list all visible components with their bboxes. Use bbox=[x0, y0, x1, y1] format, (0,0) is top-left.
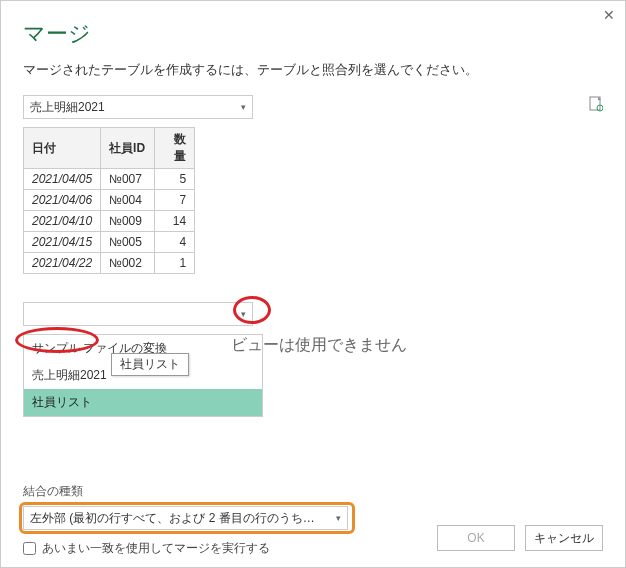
second-table-dropdown[interactable]: ▾ bbox=[23, 302, 253, 326]
merge-dialog: ✕ マージ マージされたテーブルを作成するには、テーブルと照合列を選んでください… bbox=[0, 0, 626, 568]
first-table-dropdown[interactable]: 売上明細2021 ▾ bbox=[23, 95, 253, 119]
join-type-dropdown[interactable]: 左外部 (最初の行すべて、および 2 番目の行のうち… ▾ bbox=[23, 506, 348, 530]
col-header[interactable]: 数量 bbox=[155, 128, 195, 169]
chevron-down-icon: ▾ bbox=[336, 513, 341, 523]
dialog-title: マージ bbox=[23, 19, 603, 49]
join-type-selected: 左外部 (最初の行すべて、および 2 番目の行のうち… bbox=[30, 510, 336, 527]
table-options-icon[interactable] bbox=[589, 96, 603, 112]
dialog-buttons: OK キャンセル bbox=[437, 525, 603, 551]
table-row[interactable]: 2021/04/10№00914 bbox=[24, 211, 195, 232]
second-table-dropdown-wrap: ▾ bbox=[23, 302, 253, 326]
col-header[interactable]: 日付 bbox=[24, 128, 101, 169]
table-row[interactable]: 2021/04/15№0054 bbox=[24, 232, 195, 253]
dialog-content: マージ マージされたテーブルを作成するには、テーブルと照合列を選んでください。 … bbox=[1, 1, 625, 568]
chevron-down-icon: ▾ bbox=[241, 309, 246, 319]
fuzzy-match-label: あいまい一致を使用してマージを実行する bbox=[42, 540, 270, 557]
join-dropdown-wrap: 左外部 (最初の行すべて、および 2 番目の行のうち… ▾ bbox=[23, 506, 353, 530]
preview-table: 日付 社員ID 数量 2021/04/05№0075 2021/04/06№00… bbox=[23, 127, 195, 274]
ok-button[interactable]: OK bbox=[437, 525, 515, 551]
chevron-down-icon: ▾ bbox=[241, 102, 246, 112]
first-table-selected: 売上明細2021 bbox=[30, 99, 241, 116]
join-type-label: 結合の種類 bbox=[23, 483, 603, 500]
tooltip: 社員リスト bbox=[111, 353, 189, 376]
dialog-subtitle: マージされたテーブルを作成するには、テーブルと照合列を選んでください。 bbox=[23, 61, 603, 79]
table-row[interactable]: 2021/04/22№0021 bbox=[24, 253, 195, 274]
col-header[interactable]: 社員ID bbox=[101, 128, 155, 169]
cancel-button[interactable]: キャンセル bbox=[525, 525, 603, 551]
table-row[interactable]: 2021/04/06№0047 bbox=[24, 190, 195, 211]
table-row[interactable]: 2021/04/05№0075 bbox=[24, 169, 195, 190]
fuzzy-match-checkbox[interactable] bbox=[23, 542, 36, 555]
list-item[interactable]: 社員リスト bbox=[24, 389, 262, 416]
close-button[interactable]: ✕ bbox=[603, 7, 615, 23]
preview-unavailable-text: ビューは使用できません bbox=[231, 335, 407, 356]
